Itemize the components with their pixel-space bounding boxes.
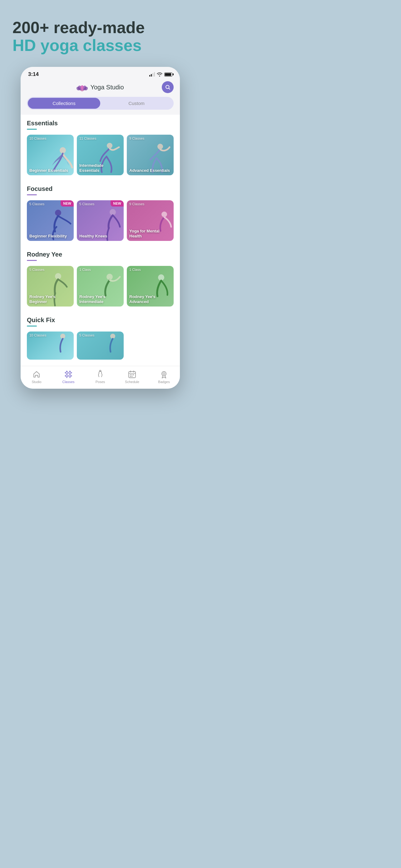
- nav-label-studio: Studio: [32, 380, 41, 384]
- signal-icon: [149, 72, 155, 76]
- scroll-area: Essentials 10 Classes Beginner Essential…: [21, 115, 180, 366]
- card-name-healthy-knees: Healthy Knees: [79, 234, 121, 239]
- tab-collections[interactable]: Collections: [28, 98, 100, 109]
- svg-point-22: [100, 370, 101, 372]
- nav-label-badges: Badges: [158, 380, 170, 384]
- nav-label-classes: Classes: [62, 380, 74, 384]
- card-mental-health[interactable]: 9 Classes Yoga for Mental Health: [127, 200, 174, 241]
- wifi-icon: [157, 72, 162, 76]
- new-badge-healthy-knees: NEW: [110, 200, 124, 207]
- card-quickfix-1[interactable]: 10 Classes: [27, 332, 74, 360]
- rodney-underline: [27, 260, 37, 261]
- phone-container: 3:14: [0, 64, 201, 395]
- nav-schedule[interactable]: Schedule: [116, 369, 148, 385]
- lotus-icon: [76, 83, 88, 92]
- bottom-nav: Studio Classes Pos: [21, 366, 180, 389]
- section-focused-title: Focused: [27, 185, 174, 192]
- card-count-beginner-flexibility: 5 Classes: [29, 202, 44, 206]
- card-name-beginner-flexibility: Beginner Flexibility: [29, 234, 71, 239]
- card-beginner-flexibility[interactable]: 5 Classes NEW Beginner Flexibility: [27, 200, 74, 241]
- card-count-quickfix-2: 5 Classes: [79, 333, 94, 337]
- focused-underline: [27, 194, 37, 195]
- section-quickfix-title: Quick Fix: [27, 316, 174, 324]
- quickfix-cards-row: 10 Classes 5 Classes: [27, 332, 174, 360]
- essentials-cards-row: 10 Classes Beginner Essentials 11 Classe…: [27, 135, 174, 175]
- svg-rect-25: [132, 374, 132, 375]
- hero-title-line1: 200+ ready-made: [12, 19, 188, 36]
- new-badge-beginner-flexibility: NEW: [61, 200, 74, 207]
- card-name-mental-health: Yoga for Mental Health: [129, 229, 171, 239]
- rodney-cards-row: 5 Classes Rodney Yee's Beginner 1 Class: [27, 266, 174, 307]
- nav-studio[interactable]: Studio: [21, 369, 53, 385]
- search-button[interactable]: [162, 81, 174, 93]
- svg-point-15: [158, 274, 164, 281]
- svg-point-30: [163, 373, 165, 375]
- card-count-rodney-advanced: 1 Class: [129, 268, 141, 272]
- card-count-healthy-knees: 5 Classes: [79, 202, 94, 206]
- tab-switcher: Collections Custom: [27, 97, 174, 110]
- section-rodney-title: Rodney Yee: [27, 251, 174, 258]
- hero-section: 200+ ready-made HD yoga classes: [0, 0, 201, 64]
- section-essentials-header: Essentials: [27, 115, 174, 135]
- card-rodney-advanced[interactable]: 1 Class Rodney Yee's Advanced: [127, 266, 174, 307]
- card-count-intermediate-essentials: 11 Classes: [79, 136, 96, 140]
- svg-point-7: [60, 147, 66, 153]
- section-focused-header: Focused: [27, 180, 174, 200]
- svg-rect-24: [130, 374, 131, 375]
- status-bar: 3:14: [21, 67, 180, 80]
- app-name: Yoga Studio: [90, 84, 124, 91]
- schedule-icon: [128, 370, 136, 379]
- poses-icon: [96, 370, 105, 379]
- app-logo: Yoga Studio: [76, 83, 124, 92]
- classes-icon: [64, 370, 73, 379]
- status-icons: [149, 72, 172, 76]
- yoga-figure-quickfix2: [102, 332, 124, 360]
- badges-icon: [160, 370, 168, 379]
- status-time: 3:14: [28, 71, 39, 78]
- card-name-rodney-intermediate: Rodney Yee's Intermediate: [79, 294, 121, 304]
- section-quickfix-header: Quick Fix: [27, 312, 174, 332]
- card-name-rodney-beginner: Rodney Yee's Beginner: [29, 294, 71, 304]
- battery-icon: [164, 72, 172, 76]
- nav-poses[interactable]: Poses: [84, 369, 116, 385]
- card-rodney-intermediate[interactable]: 1 Class Rodney Yee's Intermediate: [77, 266, 124, 307]
- card-quickfix-2[interactable]: 5 Classes: [77, 332, 124, 360]
- card-count-rodney-intermediate: 1 Class: [79, 268, 91, 272]
- focused-cards-row: 5 Classes NEW Beginner Flexibility 5 Cla…: [27, 200, 174, 241]
- svg-rect-26: [133, 374, 134, 375]
- essentials-underline: [27, 129, 37, 130]
- card-count-mental-health: 9 Classes: [129, 202, 144, 206]
- tab-custom[interactable]: Custom: [100, 98, 173, 109]
- svg-rect-27: [130, 376, 131, 377]
- card-intermediate-essentials[interactable]: 11 Classes Intermediate Essentials: [77, 135, 124, 175]
- card-name-advanced-essentials: Advanced Essentials: [129, 168, 171, 173]
- phone-mockup: 3:14: [21, 67, 180, 389]
- svg-rect-28: [132, 376, 132, 377]
- quickfix-underline: [27, 326, 37, 327]
- svg-point-11: [110, 209, 116, 215]
- studio-icon: [32, 370, 41, 379]
- card-count-advanced-essentials: 9 Classes: [129, 136, 144, 140]
- nav-label-poses: Poses: [96, 380, 105, 384]
- card-beginner-essentials[interactable]: 10 Classes Beginner Essentials: [27, 135, 74, 175]
- card-name-beginner-essentials: Beginner Essentials: [29, 168, 71, 173]
- nav-classes[interactable]: Classes: [53, 369, 84, 385]
- card-advanced-essentials[interactable]: 9 Classes Advanced Essentials: [127, 135, 174, 175]
- nav-badges[interactable]: Badges: [148, 369, 180, 385]
- card-name-intermediate-essentials: Intermediate Essentials: [79, 163, 121, 173]
- section-essentials-title: Essentials: [27, 120, 174, 127]
- card-healthy-knees[interactable]: 5 Classes NEW Healthy Knees: [77, 200, 124, 241]
- hero-title-line2: HD yoga classes: [12, 36, 188, 54]
- svg-point-12: [162, 212, 167, 217]
- card-rodney-beginner[interactable]: 5 Classes Rodney Yee's Beginner: [27, 266, 74, 307]
- card-count-beginner-essentials: 10 Classes: [29, 136, 46, 140]
- svg-point-8: [107, 143, 112, 148]
- section-rodney-header: Rodney Yee: [27, 246, 174, 266]
- card-count-quickfix-1: 10 Classes: [29, 333, 46, 337]
- svg-point-9: [157, 144, 163, 149]
- svg-point-29: [162, 372, 166, 376]
- svg-point-5: [81, 85, 84, 90]
- card-count-rodney-beginner: 5 Classes: [29, 268, 44, 272]
- app-header: Yoga Studio: [21, 80, 180, 96]
- nav-label-schedule: Schedule: [125, 380, 139, 384]
